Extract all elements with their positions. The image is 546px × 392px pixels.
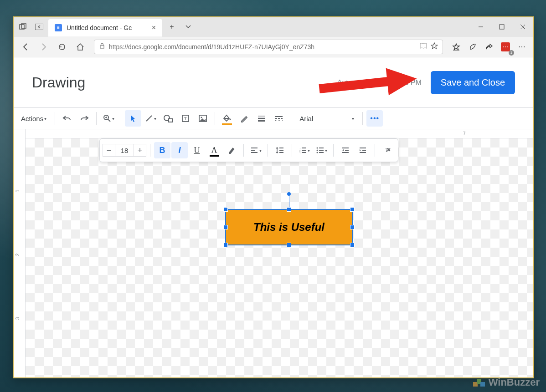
- resize-handle-tl[interactable]: [223, 207, 228, 212]
- close-window-button[interactable]: [512, 17, 533, 36]
- decrease-indent-button[interactable]: [337, 142, 354, 158]
- maximize-button[interactable]: [491, 17, 512, 36]
- textbox-tool[interactable]: T: [177, 110, 194, 127]
- resize-handle-tm[interactable]: [287, 207, 291, 212]
- drawing-dialog: Drawing Auto-saved at 6:14:55 PM Save an…: [14, 57, 533, 377]
- dialog-title: Drawing: [32, 74, 85, 91]
- increase-indent-button[interactable]: [355, 142, 371, 158]
- address-bar-row: https://docs.google.com/document/d/19Ud1…: [14, 36, 533, 57]
- undo-button[interactable]: [59, 110, 75, 127]
- underline-button[interactable]: U: [189, 142, 205, 158]
- close-tab-icon[interactable]: ×: [152, 24, 156, 32]
- svg-rect-13: [169, 119, 172, 122]
- watermark: WinBuzzer: [472, 377, 540, 388]
- border-color-button[interactable]: [236, 110, 252, 127]
- align-button[interactable]: ▾: [247, 142, 264, 158]
- svg-line-8: [108, 119, 110, 122]
- bulleted-list-button[interactable]: ▾: [313, 142, 330, 158]
- resize-handle-tr[interactable]: [350, 207, 355, 212]
- lock-icon: [99, 43, 105, 51]
- text-format-toolbar: − + B I U A: [99, 138, 398, 162]
- aside-icon[interactable]: [33, 20, 46, 33]
- favorite-star-icon[interactable]: [431, 42, 438, 51]
- clear-formatting-button[interactable]: T: [379, 142, 395, 158]
- svg-text:T: T: [184, 116, 187, 121]
- vertical-ruler: 1 2 3: [14, 129, 26, 377]
- more-options-button[interactable]: •••: [366, 110, 383, 127]
- minimize-button[interactable]: [470, 17, 491, 36]
- resize-handle-br[interactable]: [350, 243, 355, 247]
- reading-view-icon[interactable]: [420, 43, 427, 51]
- favorites-icon[interactable]: [448, 39, 464, 55]
- address-bar[interactable]: https://docs.google.com/document/d/19Ud1…: [94, 40, 443, 54]
- shape-text[interactable]: This is Useful: [253, 221, 325, 234]
- actions-menu[interactable]: Actions▾: [16, 110, 51, 127]
- autosave-status: Auto-saved at 6:14:55 PM: [337, 79, 422, 87]
- new-tab-button[interactable]: +: [165, 20, 179, 34]
- resize-handle-mr[interactable]: [350, 225, 355, 229]
- svg-rect-4: [500, 25, 504, 29]
- notes-icon[interactable]: [465, 39, 480, 55]
- border-dash-button[interactable]: [271, 110, 287, 127]
- tab-title: Untitled document - Gc: [67, 24, 132, 31]
- rotate-handle[interactable]: [287, 192, 291, 196]
- svg-rect-54: [480, 382, 485, 387]
- tab-menu-button[interactable]: [181, 20, 195, 34]
- home-button[interactable]: [72, 39, 88, 55]
- image-tool[interactable]: [195, 110, 211, 127]
- svg-rect-2: [35, 24, 43, 30]
- title-bar: ≡ Untitled document - Gc × +: [14, 17, 533, 36]
- svg-line-11: [146, 116, 152, 121]
- svg-rect-5: [100, 46, 104, 48]
- svg-point-38: [316, 150, 318, 151]
- svg-point-17: [201, 117, 202, 118]
- font-family-select[interactable]: Arial ▾: [295, 115, 359, 122]
- svg-point-39: [316, 152, 318, 153]
- bold-button[interactable]: B: [154, 142, 170, 158]
- docs-favicon-icon: ≡: [55, 24, 62, 31]
- highlight-button[interactable]: [223, 142, 240, 158]
- text-shape[interactable]: This is Useful: [225, 209, 353, 245]
- line-tool[interactable]: ▾: [142, 110, 159, 127]
- resize-handle-bl[interactable]: [223, 243, 228, 247]
- back-button[interactable]: [17, 39, 34, 55]
- border-weight-button[interactable]: [253, 110, 270, 127]
- horizontal-ruler: 7: [26, 129, 533, 138]
- fill-color-button[interactable]: [219, 110, 235, 127]
- forward-button[interactable]: [36, 39, 52, 55]
- drawing-canvas[interactable]: − + B I U A: [26, 138, 533, 377]
- browser-tab[interactable]: ≡ Untitled document - Gc ×: [48, 19, 162, 36]
- line-spacing-button[interactable]: [272, 142, 288, 158]
- extension-icon[interactable]: ⋯ 1: [498, 39, 513, 55]
- url-text: https://docs.google.com/document/d/19Ud1…: [109, 43, 416, 51]
- main-toolbar: Actions▾ ▾ ▾: [14, 107, 533, 129]
- rotate-connector: [289, 196, 289, 207]
- italic-button[interactable]: I: [171, 142, 188, 158]
- svg-point-18: [230, 119, 231, 120]
- redo-button[interactable]: [76, 110, 93, 127]
- shape-tool[interactable]: [160, 110, 176, 127]
- decrease-font-button[interactable]: −: [103, 144, 115, 157]
- tab-actions-icon[interactable]: [16, 20, 29, 33]
- select-tool[interactable]: [125, 110, 141, 127]
- canvas-area: 1 2 3 7 − + B: [14, 129, 533, 377]
- share-icon[interactable]: [481, 39, 497, 55]
- font-size-input[interactable]: [115, 144, 134, 157]
- resize-handle-bm[interactable]: [287, 243, 291, 247]
- increase-font-button[interactable]: +: [134, 144, 146, 157]
- svg-point-37: [316, 148, 318, 149]
- numbered-list-button[interactable]: 123 ▾: [296, 142, 312, 158]
- watermark-icon: [472, 377, 486, 388]
- text-color-button[interactable]: A: [206, 142, 222, 158]
- more-menu-icon[interactable]: ⋯: [514, 39, 530, 55]
- zoom-button[interactable]: ▾: [100, 110, 117, 127]
- svg-text:3: 3: [299, 152, 301, 153]
- refresh-button[interactable]: [54, 39, 70, 55]
- save-and-close-button[interactable]: Save and Close: [431, 71, 515, 94]
- browser-window: ≡ Untitled document - Gc × +: [13, 16, 534, 378]
- resize-handle-ml[interactable]: [223, 225, 228, 229]
